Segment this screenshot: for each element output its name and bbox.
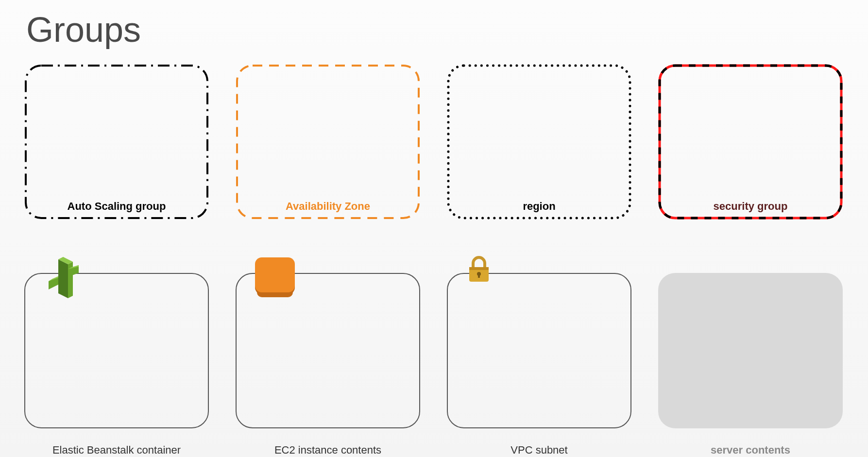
svg-rect-4 [660,66,841,218]
ec2-box [236,273,420,428]
svg-rect-2 [448,66,630,218]
group-availability-zone: Availability Zone [236,64,420,229]
group-auto-scaling: Auto Scaling group [24,64,209,229]
region-label: region [447,200,631,213]
diagram-page: Groups Auto Scaling group Availability Z… [0,0,868,457]
page-title: Groups [26,10,844,50]
server-box [658,273,843,428]
auto-scaling-label: Auto Scaling group [24,200,209,213]
lock-icon [464,254,494,284]
svg-rect-0 [26,66,207,218]
groups-grid: Auto Scaling group Availability Zone reg… [24,64,844,453]
beanstalk-icon [44,254,83,293]
svg-rect-15 [478,274,480,278]
ec2-icon [255,257,295,295]
vpc-label: VPC subnet [447,444,631,457]
auto-scaling-border [24,64,209,220]
ec2-label: EC2 instance contents [236,444,420,457]
group-server-contents: server contents [658,273,843,438]
group-ec2: EC2 instance contents [236,273,420,438]
availability-zone-label: Availability Zone [236,200,420,213]
security-group-label: security group [658,200,843,213]
group-beanstalk: Elastic Beanstalk container [24,273,209,438]
beanstalk-label: Elastic Beanstalk container [24,444,209,457]
region-border [447,64,631,220]
vpc-box [447,273,631,428]
svg-rect-13 [469,267,489,270]
availability-zone-border [236,64,420,220]
svg-rect-3 [660,66,841,218]
server-label: server contents [658,444,843,457]
group-region: region [447,64,631,229]
group-vpc-subnet: VPC subnet [447,273,631,438]
group-security-group: security group [658,64,843,229]
svg-rect-1 [237,66,419,218]
svg-marker-5 [58,259,68,298]
security-group-border [658,64,843,220]
